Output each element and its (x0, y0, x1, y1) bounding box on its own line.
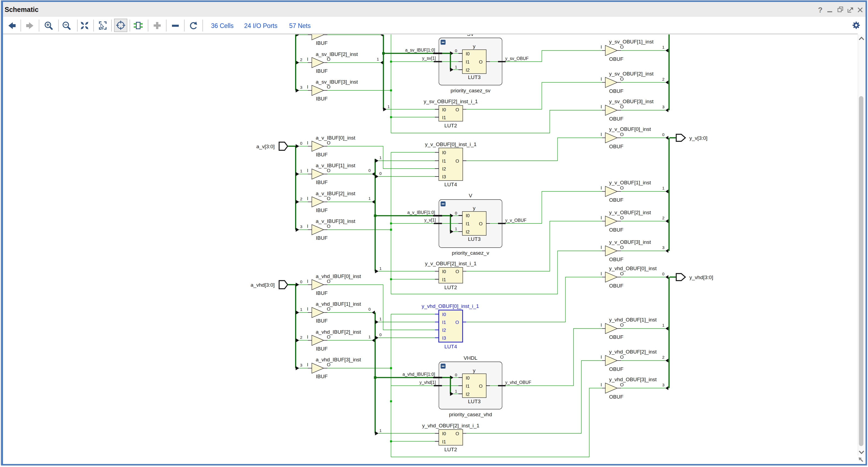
svg-text:I: I (307, 279, 308, 284)
svg-text:1: 1 (368, 334, 371, 339)
svg-text:I1: I1 (442, 277, 446, 282)
svg-text:I0: I0 (466, 376, 469, 381)
svg-text:I0: I0 (466, 51, 469, 56)
svg-text:0: 0 (300, 141, 302, 146)
svg-text:priority_casez_vhd: priority_casez_vhd (449, 412, 492, 417)
svg-text:y_sv_OBUF[3]_inst: y_sv_OBUF[3]_inst (609, 98, 654, 105)
svg-text:I: I (307, 362, 308, 367)
svg-text:I: I (307, 140, 308, 146)
svg-text:1: 1 (379, 155, 382, 160)
svg-text:I2: I2 (466, 68, 469, 73)
svg-text:O: O (327, 362, 330, 367)
svg-text:a_vhd_IBUF[2]_inst: a_vhd_IBUF[2]_inst (316, 329, 361, 335)
svg-text:O: O (479, 221, 483, 227)
svg-text:3: 3 (662, 383, 664, 387)
svg-text:1: 1 (379, 428, 382, 433)
svg-text:0: 0 (379, 332, 382, 337)
svg-text:IBUF: IBUF (316, 68, 328, 74)
svg-text:a_v_IBUF[1]_inst: a_v_IBUF[1]_inst (316, 163, 355, 169)
svg-text:y_sv_OBUF[2]_inst_i_1: y_sv_OBUF[2]_inst_i_1 (424, 98, 478, 105)
svg-text:I: I (307, 307, 308, 312)
svg-text:O: O (327, 57, 330, 62)
svg-text:I0: I0 (442, 312, 446, 317)
svg-text:0: 0 (300, 280, 302, 284)
svg-text:I1: I1 (442, 115, 446, 120)
svg-text:y_sv_OBUF: y_sv_OBUF (505, 56, 529, 61)
svg-text:1: 1 (300, 169, 302, 173)
svg-text:LUT2: LUT2 (444, 447, 457, 453)
svg-text:a_v_IBUF[0]_inst: a_v_IBUF[0]_inst (316, 135, 355, 141)
svg-text:IBUF: IBUF (316, 207, 328, 213)
svg-text:O: O (456, 158, 459, 164)
svg-text:y_vhd_OBUF[1]_inst: y_vhd_OBUF[1]_inst (609, 317, 657, 323)
svg-text:O: O (456, 320, 459, 325)
svg-text:I: I (307, 196, 308, 201)
svg-text:y_vhd_OBUF[3]_inst: y_vhd_OBUF[3]_inst (609, 377, 657, 383)
svg-text:O: O (620, 323, 624, 328)
svg-text:2: 2 (662, 355, 664, 359)
svg-text:O: O (620, 215, 624, 221)
svg-text:I1: I1 (442, 158, 446, 164)
svg-text:0: 0 (455, 211, 457, 215)
svg-text:y_vhd[3:0]: y_vhd[3:0] (689, 274, 713, 281)
svg-text:1: 1 (662, 186, 664, 190)
svg-text:I3: I3 (442, 174, 446, 179)
svg-text:a_v_IBUF[3]_inst: a_v_IBUF[3]_inst (316, 218, 355, 224)
svg-text:I: I (600, 132, 602, 137)
svg-text:LUT3: LUT3 (468, 75, 480, 80)
svg-text:O: O (620, 132, 624, 137)
svg-text:1: 1 (379, 317, 382, 321)
svg-text:VHDL: VHDL (464, 355, 477, 361)
svg-text:y_sv[1]: y_sv[1] (422, 56, 436, 61)
svg-text:y_vhd_OBUF[2]_inst_i_1: y_vhd_OBUF[2]_inst_i_1 (422, 423, 479, 429)
svg-text:I2: I2 (442, 167, 446, 172)
svg-text:3: 3 (300, 224, 302, 229)
svg-text:y_v_OBUF[0]_inst: y_v_OBUF[0]_inst (609, 126, 651, 132)
svg-text:0: 0 (662, 271, 664, 276)
svg-text:2: 2 (300, 197, 302, 201)
svg-text:a_sv_IBUF[1:0]: a_sv_IBUF[1:0] (405, 48, 435, 53)
svg-text:O: O (327, 168, 330, 173)
svg-text:1: 1 (662, 45, 664, 50)
svg-text:LUT4: LUT4 (444, 182, 457, 187)
svg-text:1: 1 (300, 307, 302, 312)
svg-text:1: 1 (662, 323, 664, 327)
svg-text:LUT2: LUT2 (444, 285, 457, 290)
svg-text:IBUF: IBUF (316, 179, 328, 185)
svg-text:y_v_OBUF: y_v_OBUF (505, 218, 527, 223)
svg-text:OBUF: OBUF (609, 394, 624, 400)
svg-text:2: 2 (300, 57, 302, 62)
svg-text:y_v_OBUF[0]_inst_i_1: y_v_OBUF[0]_inst_i_1 (425, 142, 476, 147)
svg-text:I0: I0 (442, 107, 446, 112)
svg-text:O: O (620, 382, 624, 387)
svg-text:I2: I2 (466, 392, 469, 397)
svg-text:I1: I1 (466, 221, 469, 227)
svg-text:IBUF: IBUF (316, 40, 328, 46)
svg-text:O: O (456, 269, 459, 274)
svg-text:IBUF: IBUF (316, 152, 328, 157)
svg-text:a_vhd_IBUF[1:0]: a_vhd_IBUF[1:0] (403, 372, 435, 377)
svg-text:y_vhd_OBUF[0]_inst: y_vhd_OBUF[0]_inst (609, 266, 657, 271)
svg-text:I: I (307, 168, 308, 173)
svg-text:y_v_OBUF[2]_inst: y_v_OBUF[2]_inst (609, 210, 651, 215)
svg-text:y_sv_OBUF[2]_inst: y_sv_OBUF[2]_inst (609, 71, 654, 77)
svg-text:O: O (327, 140, 330, 146)
svg-text:I: I (307, 84, 308, 90)
svg-text:y: y (473, 43, 475, 49)
svg-text:I: I (600, 185, 602, 191)
svg-text:a_vhd_IBUF[3]_inst: a_vhd_IBUF[3]_inst (316, 357, 361, 363)
svg-text:y_vhd_OBUF: y_vhd_OBUF (505, 380, 531, 385)
svg-text:I0: I0 (466, 213, 469, 218)
svg-text:y_v_OBUF[1]_inst: y_v_OBUF[1]_inst (609, 180, 651, 186)
svg-text:O: O (620, 104, 624, 110)
svg-text:I0: I0 (442, 150, 446, 155)
svg-text:2: 2 (662, 215, 664, 220)
svg-text:a_vhd_IBUF[1]_inst: a_vhd_IBUF[1]_inst (316, 301, 361, 307)
svg-text:O: O (327, 307, 330, 312)
svg-text:IBUF: IBUF (316, 235, 328, 241)
svg-text:LUT2: LUT2 (444, 123, 457, 128)
svg-text:O: O (327, 334, 330, 340)
svg-text:2: 2 (662, 77, 664, 82)
svg-text:OBUF: OBUF (609, 144, 624, 149)
svg-text:LUT4: LUT4 (444, 344, 457, 349)
